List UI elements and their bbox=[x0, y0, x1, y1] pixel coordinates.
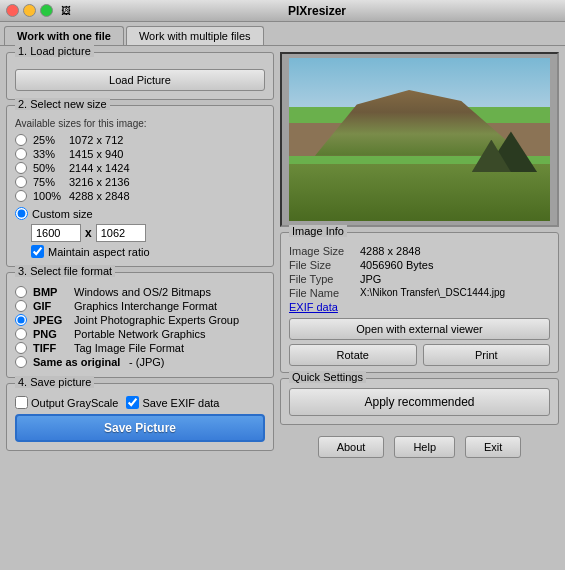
image-preview bbox=[280, 52, 559, 227]
exif-data-link[interactable]: EXIF data bbox=[289, 301, 338, 313]
apply-recommended-button[interactable]: Apply recommended bbox=[289, 388, 550, 416]
size-radio-50[interactable] bbox=[15, 162, 27, 174]
output-grayscale-checkbox[interactable] bbox=[15, 396, 28, 409]
file-format-label: 3. Select file format bbox=[15, 265, 115, 277]
file-format-group: 3. Select file format BMP Windows and OS… bbox=[6, 272, 274, 378]
size-radio-75[interactable] bbox=[15, 176, 27, 188]
custom-height-input[interactable] bbox=[96, 224, 146, 242]
info-val-filesize: 4056960 Bytes bbox=[360, 259, 433, 271]
format-row-same: Same as original - (JPG) bbox=[15, 355, 265, 369]
maintain-aspect-checkbox[interactable] bbox=[31, 245, 44, 258]
title-bar: 🖼 PIXresizer bbox=[0, 0, 565, 22]
format-desc-png: Portable Network Graphics bbox=[74, 328, 205, 340]
size-row-75: 75% 3216 x 2136 bbox=[15, 175, 265, 189]
format-name-tiff: TIFF bbox=[33, 342, 68, 354]
format-radio-same[interactable] bbox=[15, 356, 27, 368]
size-pct-25: 25% bbox=[33, 134, 63, 146]
maximize-button[interactable] bbox=[40, 4, 53, 17]
size-pct-33: 33% bbox=[33, 148, 63, 160]
format-name-jpeg: JPEG bbox=[33, 314, 68, 326]
info-val-filename: X:\Nikon Transfer\_DSC1444.jpg bbox=[360, 287, 505, 299]
load-picture-group: 1. Load picture Load Picture bbox=[6, 52, 274, 100]
format-radio-bmp[interactable] bbox=[15, 286, 27, 298]
size-radio-25[interactable] bbox=[15, 134, 27, 146]
open-viewer-button[interactable]: Open with external viewer bbox=[289, 318, 550, 340]
size-row-33: 33% 1415 x 940 bbox=[15, 147, 265, 161]
rotate-button[interactable]: Rotate bbox=[289, 344, 417, 366]
format-name-gif: GIF bbox=[33, 300, 68, 312]
size-dims-100: 4288 x 2848 bbox=[69, 190, 130, 202]
info-row-size: Image Size 4288 x 2848 bbox=[289, 244, 550, 258]
info-key-filetype: File Type bbox=[289, 273, 354, 285]
sizes-table: 25% 1072 x 712 33% 1415 x 940 50% 2144 x… bbox=[15, 133, 265, 203]
format-desc-jpeg: Joint Photographic Experts Group bbox=[74, 314, 239, 326]
left-panel: 1. Load picture Load Picture 2. Select n… bbox=[6, 52, 274, 562]
save-exif-checkbox[interactable] bbox=[126, 396, 139, 409]
info-row-filename: File Name X:\Nikon Transfer\_DSC1444.jpg bbox=[289, 286, 550, 300]
save-picture-group: 4. Save picture Output GrayScale Save EX… bbox=[6, 383, 274, 451]
about-button[interactable]: About bbox=[318, 436, 385, 458]
save-picture-label: 4. Save picture bbox=[15, 376, 94, 388]
format-radio-png[interactable] bbox=[15, 328, 27, 340]
x-separator: x bbox=[85, 226, 92, 240]
size-pct-100: 100% bbox=[33, 190, 63, 202]
app-title: PIXresizer bbox=[75, 4, 559, 18]
load-picture-label: 1. Load picture bbox=[15, 45, 94, 57]
tab-bar: Work with one file Work with multiple fi… bbox=[0, 22, 565, 46]
format-desc-bmp: Windows and OS/2 Bitmaps bbox=[74, 286, 211, 298]
format-row-jpeg: JPEG Joint Photographic Experts Group bbox=[15, 313, 265, 327]
format-radio-jpeg[interactable] bbox=[15, 314, 27, 326]
select-size-label: 2. Select new size bbox=[15, 98, 110, 110]
custom-size-row: Custom size bbox=[15, 207, 265, 220]
tab-multiple-files[interactable]: Work with multiple files bbox=[126, 26, 264, 45]
info-val-size: 4288 x 2848 bbox=[360, 245, 421, 257]
info-row-exif: EXIF data bbox=[289, 300, 550, 314]
tab-single-file[interactable]: Work with one file bbox=[4, 26, 124, 45]
format-radio-gif[interactable] bbox=[15, 300, 27, 312]
format-radio-tiff[interactable] bbox=[15, 342, 27, 354]
size-dims-33: 1415 x 940 bbox=[69, 148, 123, 160]
maintain-aspect-label: Maintain aspect ratio bbox=[48, 246, 150, 258]
close-button[interactable] bbox=[6, 4, 19, 17]
size-dims-25: 1072 x 712 bbox=[69, 134, 123, 146]
bottom-buttons: About Help Exit bbox=[280, 430, 559, 464]
format-desc-same: - (JPG) bbox=[129, 356, 164, 368]
custom-width-input[interactable] bbox=[31, 224, 81, 242]
size-radio-custom[interactable] bbox=[15, 207, 28, 220]
action-buttons: Open with external viewer bbox=[289, 318, 550, 340]
size-radio-33[interactable] bbox=[15, 148, 27, 160]
preview-inner bbox=[289, 58, 550, 220]
help-button[interactable]: Help bbox=[394, 436, 455, 458]
size-dims-75: 3216 x 2136 bbox=[69, 176, 130, 188]
app-icon: 🖼 bbox=[61, 5, 71, 16]
exit-button[interactable]: Exit bbox=[465, 436, 521, 458]
image-info-group: Image Info Image Size 4288 x 2848 File S… bbox=[280, 232, 559, 373]
save-picture-button[interactable]: Save Picture bbox=[15, 414, 265, 442]
format-name-png: PNG bbox=[33, 328, 68, 340]
info-key-size: Image Size bbox=[289, 245, 354, 257]
size-radio-100[interactable] bbox=[15, 190, 27, 202]
load-picture-button[interactable]: Load Picture bbox=[15, 69, 265, 91]
rotate-print-buttons: Rotate Print bbox=[289, 344, 550, 366]
format-name-bmp: BMP bbox=[33, 286, 68, 298]
print-button[interactable]: Print bbox=[423, 344, 551, 366]
window-controls[interactable] bbox=[6, 4, 53, 17]
size-row-50: 50% 2144 x 1424 bbox=[15, 161, 265, 175]
preview-field bbox=[289, 164, 550, 221]
format-row-tiff: TIFF Tag Image File Format bbox=[15, 341, 265, 355]
minimize-button[interactable] bbox=[23, 4, 36, 17]
aspect-ratio-row: Maintain aspect ratio bbox=[31, 245, 265, 258]
format-desc-tiff: Tag Image File Format bbox=[74, 342, 184, 354]
size-dims-50: 2144 x 1424 bbox=[69, 162, 130, 174]
info-val-filetype: JPG bbox=[360, 273, 381, 285]
image-info-title: Image Info bbox=[289, 225, 347, 237]
right-panel: Image Info Image Size 4288 x 2848 File S… bbox=[280, 52, 559, 562]
size-row-25: 25% 1072 x 712 bbox=[15, 133, 265, 147]
format-name-same: Same as original bbox=[33, 356, 123, 368]
save-options: Output GrayScale Save EXIF data bbox=[15, 396, 265, 409]
size-pct-75: 75% bbox=[33, 176, 63, 188]
info-key-filename: File Name bbox=[289, 287, 354, 299]
info-row-filesize: File Size 4056960 Bytes bbox=[289, 258, 550, 272]
output-grayscale-label: Output GrayScale bbox=[15, 396, 118, 409]
save-exif-label: Save EXIF data bbox=[126, 396, 219, 409]
